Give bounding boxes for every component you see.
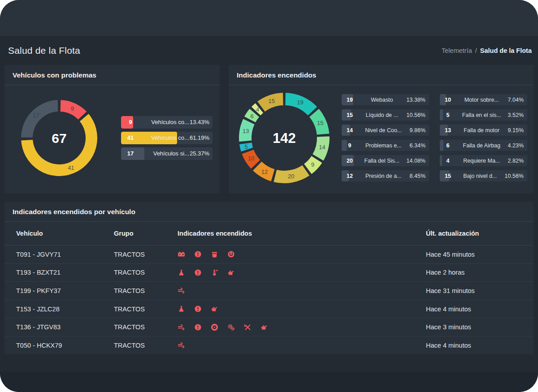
problem-vehicles-legend: 9Vehículos co...13.43%41Vehículos co...6… xyxy=(121,116,213,160)
indicator-legend-item[interactable]: 15Bajo nivel d...10.56% xyxy=(440,170,527,181)
legend-label: Falla de motor xyxy=(456,127,508,134)
donut-total: 142 xyxy=(273,130,296,146)
table-row[interactable]: T136 - JTGV83TRACTOSHace 3 minutos xyxy=(4,318,534,336)
cell-updated: Hace 4 minutos xyxy=(426,306,534,313)
card-indicators: Indicadores encendidos 19151492012105136… xyxy=(229,65,534,194)
cell-group: TRACTOS xyxy=(114,342,178,349)
legend-label: Vehículos co... xyxy=(140,119,189,125)
disc-warning-icon xyxy=(211,323,218,331)
column-header-group: Grupo xyxy=(114,230,178,237)
indicator-legend-item[interactable]: 5Falla en el sis...3.52% xyxy=(440,109,527,121)
donut-segment-label: 13 xyxy=(243,128,249,134)
cell-vehicle: T153 - JZLC28 xyxy=(16,306,114,313)
legend-percent: 4.23% xyxy=(508,142,527,149)
wind-warning-icon xyxy=(178,323,185,331)
legend-label: Nivel de Coo... xyxy=(358,127,409,134)
card-indicators-title: Indicadores encendidos xyxy=(229,65,534,85)
legend-percent: 9.15% xyxy=(508,127,527,134)
problem-vehicles-donut-chart: 9411767 xyxy=(7,87,113,189)
indicators-legend-left-column: 19Webasto13.38%15Líquido de ...10.56%14N… xyxy=(342,94,429,181)
donut-segment-label: 12 xyxy=(261,168,268,175)
oil-warning-icon xyxy=(260,323,268,331)
donut-segment-label: 14 xyxy=(319,144,325,151)
table-row[interactable]: T050 - HCKX79TRACTOSHace 4 minutos xyxy=(4,336,534,354)
table-row[interactable]: T153 - JZLC28TRACTOSHace 4 minutos xyxy=(4,300,534,319)
wind-warning-icon xyxy=(178,287,185,294)
donut-segment-label: 20 xyxy=(288,173,294,180)
cell-vehicle: T091 - JGVY71 xyxy=(16,251,114,258)
legend-label: Bajo nivel d... xyxy=(456,173,504,179)
page-header: Salud de la Flota Telemetría / Salud de … xyxy=(0,36,538,65)
indicator-legend-item[interactable]: 4Requiere Ma...2.82% xyxy=(440,155,527,166)
table-header-row: Vehículo Grupo Indicadores encendidos Úl… xyxy=(4,222,534,246)
column-header-updated: Últ. actualización xyxy=(426,230,534,237)
indicator-legend-item[interactable]: 15Líquido de ...10.56% xyxy=(342,109,429,121)
legend-label: Webasto xyxy=(358,97,406,103)
legend-percent: 25.37% xyxy=(189,150,213,157)
legend-label: Requiere Ma... xyxy=(456,158,508,164)
tools-warning-icon xyxy=(244,323,252,331)
table-row[interactable]: T193 - BZXT21TRACTOSHace 2 horas xyxy=(4,264,534,282)
indicator-legend-item[interactable]: 19Webasto13.38% xyxy=(342,94,429,105)
wind-warning-icon xyxy=(178,341,185,349)
legend-label: Falla en el sis... xyxy=(456,112,508,118)
indicator-legend-item[interactable]: 9Problemas e...6.34% xyxy=(342,140,429,151)
cell-group: TRACTOS xyxy=(114,287,178,294)
indicator-legend-item[interactable]: 10Motor sobre...7.04% xyxy=(440,94,527,105)
problem-legend-item[interactable]: 41Vehículos co...61.19% xyxy=(121,132,213,144)
legend-percent: 13.43% xyxy=(189,119,213,125)
problem-legend-item[interactable]: 17Vehículos si...25.37% xyxy=(121,147,213,160)
legend-value: 9 xyxy=(342,142,358,149)
legend-label: Vehículos si... xyxy=(140,150,189,157)
legend-value: 6 xyxy=(440,142,456,149)
indicator-legend-item[interactable]: 13Falla de motor9.15% xyxy=(440,125,527,136)
legend-label: Falla de Airbag xyxy=(456,142,508,149)
donut-segment-label: 5 xyxy=(245,143,248,150)
battery-warning-icon xyxy=(178,250,185,258)
table-body: T091 - JGVY71TRACTOSHace 45 minutosT193 … xyxy=(4,246,534,354)
breadcrumb-separator: / xyxy=(475,47,477,54)
donut-segment-label: 15 xyxy=(268,98,274,104)
legend-value: 12 xyxy=(342,173,358,179)
legend-value: 4 xyxy=(440,158,456,164)
cell-indicator-icons xyxy=(178,341,426,349)
exclamation-warning-icon xyxy=(194,269,202,276)
exclamation-warning-icon xyxy=(194,250,202,258)
oil-warning-icon xyxy=(227,269,235,276)
legend-value: 20 xyxy=(342,158,358,164)
card-problem-vehicles-title: Vehículos con problemas xyxy=(4,65,220,85)
legend-percent: 10.56% xyxy=(406,112,429,118)
exclamation-warning-icon xyxy=(194,323,202,331)
indicator-legend-item[interactable]: 12Presión de a...8.45% xyxy=(342,170,429,181)
column-header-vehicle: Vehículo xyxy=(16,230,114,237)
legend-percent: 3.52% xyxy=(508,112,527,118)
cell-group: TRACTOS xyxy=(114,269,178,276)
donut-segment-label: 4 xyxy=(256,106,259,112)
legend-percent: 9.86% xyxy=(409,127,429,134)
page-title: Salud de la Flota xyxy=(8,45,80,56)
table-row[interactable]: T091 - JGVY71TRACTOSHace 45 minutos xyxy=(4,246,534,264)
cell-vehicle: T193 - BZXT21 xyxy=(16,269,114,276)
indicator-legend-item[interactable]: 14Nivel de Coo...9.86% xyxy=(342,125,429,136)
breadcrumb: Telemetría / Salud de la Flota xyxy=(442,47,532,54)
donut-segment-label: 9 xyxy=(71,105,74,112)
cell-updated: Hace 4 minutos xyxy=(426,342,534,349)
indicator-legend-item[interactable]: 6Falla de Airbag4.23% xyxy=(440,140,527,151)
card-indicators-by-vehicle: Indicadores encendidos por vehículo Vehí… xyxy=(4,202,534,354)
legend-label: Falla del Sis... xyxy=(358,158,406,164)
legend-percent: 10.56% xyxy=(504,173,527,179)
cell-vehicle: T199 - PKFY37 xyxy=(16,287,114,294)
table-row[interactable]: T199 - PKFY37TRACTOSHace 31 minutos xyxy=(4,282,534,300)
legend-percent: 8.45% xyxy=(409,173,429,179)
donut-segment-label: 19 xyxy=(297,99,303,106)
indicator-legend-item[interactable]: 20Falla del Sis...14.08% xyxy=(342,155,429,166)
flask-warning-icon xyxy=(178,269,185,276)
problem-legend-item[interactable]: 9Vehículos co...13.43% xyxy=(121,116,213,129)
problem-vehicles-body: 9411767 9Vehículos co...13.43%41Vehículo… xyxy=(4,85,220,190)
legend-value: 14 xyxy=(342,127,358,134)
top-cards-row: Vehículos con problemas 9411767 9Vehícul… xyxy=(4,65,534,194)
coolant-warning-icon xyxy=(211,250,218,258)
cell-updated: Hace 3 minutos xyxy=(426,323,534,331)
breadcrumb-parent-link[interactable]: Telemetría xyxy=(442,47,472,54)
column-header-indicators: Indicadores encendidos xyxy=(178,230,426,237)
